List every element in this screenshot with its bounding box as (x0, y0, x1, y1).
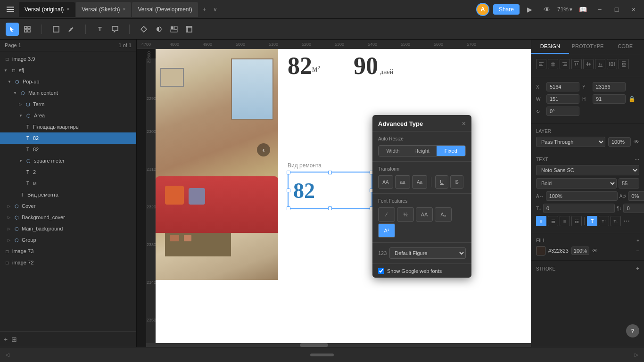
tab-code[interactable]: CODE (606, 40, 644, 54)
resize-width-btn[interactable]: Width (379, 146, 407, 156)
rotation-input[interactable] (546, 107, 579, 116)
layer-item[interactable]: ▼ ⬡ square meter (0, 155, 136, 166)
expand-icon[interactable]: ▷ (8, 227, 10, 231)
color-swatch[interactable] (536, 246, 545, 255)
text-rotation-input[interactable] (628, 191, 644, 201)
fill-remove-btn[interactable]: − (636, 247, 639, 254)
layer-item[interactable]: ▷ ⬡ Main_background (0, 223, 136, 234)
component-icon[interactable] (137, 23, 150, 36)
play-icon[interactable]: ▶ (523, 3, 537, 16)
x-input[interactable] (546, 82, 579, 91)
tab-versal-development[interactable]: Versal (Development) (132, 2, 198, 17)
help-button[interactable]: ? (626, 324, 639, 337)
transform-lowercase-btn[interactable]: aa (395, 175, 410, 189)
tab-versal-sketch[interactable]: Versal (Sketch) × (76, 2, 131, 17)
opacity-input[interactable] (608, 137, 631, 147)
layer-item[interactable]: ▼ □ sfj (0, 65, 136, 76)
horizontal-scrollbar[interactable] (146, 343, 531, 347)
align-distribute-v-btn[interactable] (619, 59, 629, 69)
tab-versal-original[interactable]: Versal (original) × (19, 2, 75, 17)
text-tool[interactable]: T (93, 23, 107, 36)
font-family-select[interactable]: Noto Sans SC (536, 165, 639, 175)
align-top-btn[interactable] (571, 59, 582, 69)
more-text-options-btn[interactable]: ⋯ (623, 217, 630, 225)
share-button[interactable]: Share (493, 4, 520, 15)
expand-icon[interactable]: ▼ (13, 91, 17, 95)
letter-spacing-input[interactable] (546, 191, 618, 201)
scroll-thumb[interactable] (300, 343, 328, 347)
feature-fraction-btn[interactable]: ½ (397, 207, 414, 222)
stroke-add-icon[interactable]: + (636, 265, 639, 272)
align-right-btn[interactable] (560, 59, 570, 69)
bottom-nav-left[interactable]: ◁ (6, 352, 9, 357)
expand-icon[interactable]: ▼ (19, 159, 23, 163)
align-center-text-btn[interactable]: ☰ (548, 216, 558, 226)
tab-close-icon[interactable]: × (66, 7, 69, 12)
handle-bl[interactable] (287, 206, 290, 210)
align-bottom-btn[interactable] (595, 59, 605, 69)
expand-icon[interactable]: ▷ (8, 204, 10, 208)
layer-item-selected[interactable]: T 82 (0, 132, 136, 144)
layer-item[interactable]: T 82 (0, 144, 136, 155)
handle-bm[interactable] (328, 206, 332, 210)
align-justify-text-btn[interactable]: ☷ (571, 216, 582, 226)
layer-item[interactable]: □ image 72 (0, 257, 136, 268)
minimize-button[interactable]: − (593, 3, 606, 16)
layer-item[interactable]: ▷ ⬡ Background_cover (0, 212, 136, 223)
align-distribute-h-btn[interactable] (607, 59, 617, 69)
w-input[interactable] (546, 94, 579, 104)
layer-item[interactable]: T Вид ремонта (0, 189, 136, 200)
transform-capitalize-btn[interactable]: Aa (412, 175, 427, 189)
font-size-input[interactable] (619, 178, 639, 189)
comment-tool[interactable] (108, 23, 122, 36)
blend-mode-select[interactable]: Pass Through Normal Multiply Screen Over… (536, 137, 605, 147)
text-T-btn[interactable]: T (587, 216, 597, 226)
tab-close-icon[interactable]: × (123, 7, 126, 12)
figure-select[interactable]: Default Figure Lining Old Style (389, 247, 466, 259)
expand-icon[interactable]: ▼ (4, 68, 8, 73)
feature-superscript-btn[interactable]: A¹ (378, 223, 395, 238)
zoom-control[interactable]: 71% ▾ (557, 6, 572, 13)
rectangle-tool[interactable] (50, 23, 63, 36)
layer-item[interactable]: ▼ ⬡ Pop-up (0, 76, 136, 87)
handle-tm[interactable] (328, 171, 332, 174)
bottom-scroll-area[interactable] (15, 354, 629, 356)
layer-item[interactable]: ▼ ⬡ Area (0, 110, 136, 121)
feature-titling-btn[interactable]: Aₐ (435, 207, 452, 222)
add-tab-button[interactable]: + (199, 4, 210, 15)
canvas-area[interactable]: 4700 4800 4900 5000 5100 5200 5300 5400 … (137, 40, 531, 347)
text-options-icon[interactable]: ⋯ (635, 157, 639, 162)
transform-uppercase-btn[interactable]: AA (378, 175, 393, 189)
expand-icon[interactable]: ▼ (19, 114, 23, 118)
maximize-button[interactable]: □ (610, 3, 623, 16)
layer-item[interactable]: T м (0, 178, 136, 189)
align-center-v-btn[interactable] (548, 59, 558, 69)
layer-item[interactable]: ▼ ⬡ Main content (0, 87, 136, 99)
resize-fixed-btn[interactable]: Fixed (437, 146, 465, 156)
fill-visibility-toggle[interactable]: 👁 (592, 247, 598, 254)
fill-opacity-input[interactable] (571, 247, 589, 255)
layer-item[interactable]: ▷ ⬡ Cover (0, 200, 136, 212)
select-tool[interactable] (6, 23, 19, 36)
y-input[interactable] (593, 82, 626, 91)
expand-icon[interactable]: ▷ (19, 102, 22, 107)
adv-panel-close[interactable]: × (462, 120, 466, 127)
layer-item[interactable]: T 2 (0, 166, 136, 178)
crop-icon[interactable] (182, 23, 196, 36)
font-style-select[interactable]: Bold Regular Italic (536, 178, 617, 189)
tab-design[interactable]: DESIGN (531, 40, 569, 54)
close-button[interactable]: × (627, 3, 640, 16)
layer-item[interactable]: T Площадь квартиры (0, 121, 136, 132)
expand-icon[interactable]: ▷ (8, 238, 10, 242)
layer-item[interactable]: ▷ ⬡ Group (0, 234, 136, 246)
align-left-text-btn[interactable]: ≡ (536, 216, 546, 226)
frame-tool[interactable] (21, 23, 34, 36)
handle-ml[interactable] (287, 189, 290, 192)
bottom-nav-right[interactable]: ▷ (635, 352, 638, 357)
preview-icon[interactable]: 👁 (540, 3, 553, 16)
expand-icon[interactable]: ▼ (8, 80, 11, 84)
text-baseline-top-btn[interactable]: T↑ (599, 216, 609, 226)
handle-tl[interactable] (287, 171, 290, 174)
h-input[interactable] (593, 94, 626, 104)
text-baseline-bottom-btn[interactable]: T↓ (611, 216, 621, 226)
